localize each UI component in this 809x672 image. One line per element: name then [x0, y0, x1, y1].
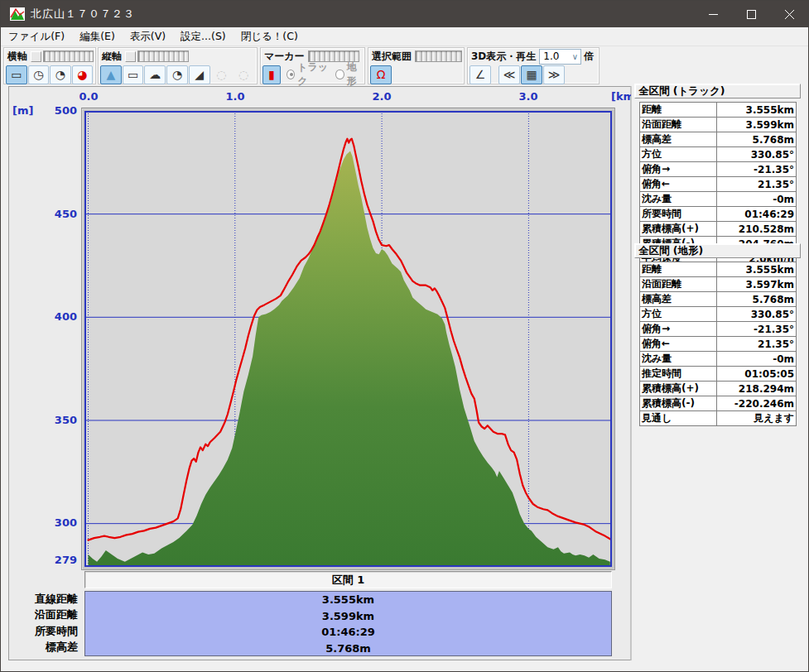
haxis-distance-button[interactable]: ▭ — [6, 65, 27, 84]
pause-button[interactable]: ▦ — [521, 65, 542, 84]
menu-bar: ファイル(F) 編集(E) 表示(V) 設定...(S) 閉じる！(C) — [1, 27, 808, 46]
speed-value: 1.0 — [543, 50, 559, 62]
terrain-area — [89, 151, 610, 567]
section-info-value: 3.599km — [85, 608, 611, 625]
stat-value: 330.85° — [716, 147, 796, 162]
window-title: 北広山１７０７２３ — [31, 7, 135, 22]
menu-settings[interactable]: 設定...(S) — [173, 28, 234, 46]
menu-view[interactable]: 表示(V) — [123, 28, 173, 46]
stat-label: 距離 — [640, 262, 717, 277]
stat-row: 俯角→-21.35° — [640, 162, 797, 177]
stat-row: 所要時間01:46:29 — [640, 207, 797, 222]
vaxis-reset-button[interactable] — [125, 51, 136, 62]
menu-edit[interactable]: 編集(E) — [72, 28, 123, 46]
haxis-scale-slider[interactable] — [43, 50, 94, 62]
section-info-label: 標高差 — [9, 640, 80, 656]
vaxis-extra1-button: ◌ — [211, 65, 233, 84]
stat-label: 距離 — [640, 103, 717, 118]
stat-row: 俯角←21.35° — [640, 177, 797, 192]
stat-row: 沿面距離3.597km — [640, 277, 797, 292]
radio-dot — [335, 70, 344, 79]
vaxis-speed-button[interactable]: ☁ — [144, 65, 166, 84]
selection-lasso-button[interactable]: Ω — [370, 65, 392, 84]
x-tick-1: 1.0 — [225, 90, 244, 103]
y-tick-400: 400 — [26, 310, 77, 323]
radio-label: 地形 — [347, 60, 363, 89]
slope-slash-icon: ∠ — [475, 68, 486, 81]
stat-row: 方位330.85° — [640, 307, 797, 322]
vaxis-distance-button[interactable]: ▭ — [123, 65, 144, 84]
stat-value: -220.246m — [716, 396, 796, 411]
section-info-values: 3.555km3.599km01:46:295.768m — [84, 591, 612, 656]
vaxis-pace-button[interactable]: ◔ — [166, 65, 188, 84]
minimize-button[interactable] — [694, 1, 732, 27]
selection-range-slider[interactable] — [415, 50, 462, 62]
x-tick-0: 0.0 — [79, 90, 98, 103]
y-tick-500: 500 — [26, 104, 77, 117]
stat-row: 沿面距離3.599km — [640, 118, 797, 132]
elevation-profile-plot[interactable] — [84, 111, 612, 567]
vaxis-elevation-button[interactable]: ▲ — [100, 65, 122, 84]
stat-label: 所要時間 — [640, 207, 717, 222]
speed-unit-label: 倍 — [584, 50, 594, 64]
stat-row: 沈み量-0m — [640, 192, 797, 207]
clock-numbers-icon: ◔ — [55, 68, 65, 81]
stat-label: 標高差 — [640, 292, 717, 307]
menu-close[interactable]: 閉じる！(C) — [234, 28, 306, 46]
stat-value: -21.35° — [716, 162, 796, 177]
stat-row: 方位330.85° — [640, 147, 797, 162]
stat-row: 俯角→-21.35° — [640, 322, 797, 337]
stat-row: 沈み量-0m — [640, 352, 797, 367]
track-stats-table: 距離3.555km沿面距離3.599km標高差5.768m方位330.85°俯角… — [639, 102, 797, 266]
vaxis-label: 縦軸 — [102, 50, 122, 64]
stat-row: 俯角←21.35° — [640, 337, 797, 352]
haxis-elapsed-button[interactable]: ◕ — [72, 65, 94, 84]
terrain-stats-header: 全区間 (地形) — [634, 243, 801, 258]
stat-label: 累積標高(-) — [640, 396, 717, 411]
section-info-value: 01:46:29 — [85, 624, 611, 641]
marker-pen-button[interactable]: ▮ — [262, 65, 281, 84]
rewind-button[interactable]: ≪ — [498, 65, 520, 84]
stat-label: 累積標高(+) — [640, 222, 717, 237]
chevron-down-icon: ∨ — [572, 52, 580, 61]
stat-label: 方位 — [640, 307, 717, 322]
vaxis-slope-button[interactable]: ◢ — [189, 65, 210, 84]
dotted-circle-icon: ◌ — [238, 68, 248, 81]
y-tick-450: 450 — [26, 208, 77, 220]
stat-row: 累積標高(+)218.294m — [640, 382, 797, 396]
playback-group: 3D表示・再生 1.0 ∨ 倍 ∠ ≪ ▦ ≫ — [467, 47, 600, 84]
menu-file[interactable]: ファイル(F) — [1, 28, 72, 46]
close-button[interactable] — [770, 1, 808, 27]
ruler-icon: ▭ — [128, 68, 138, 81]
play-forward-button[interactable]: ≫ — [543, 65, 565, 84]
y-tick-350: 350 — [26, 414, 77, 426]
section-info-value: 5.768m — [85, 641, 611, 657]
title-bar: 北広山１７０７２３ — [1, 1, 808, 27]
vaxis-scale-slider[interactable] — [137, 50, 189, 62]
section-info-label: 直線距離 — [9, 591, 80, 607]
haxis-group: 横軸 ▭ ◷ ◔ ◕ — [3, 47, 96, 84]
stat-value: -0m — [716, 192, 796, 207]
stat-label: 沈み量 — [640, 192, 717, 207]
haxis-time-button[interactable]: ◷ — [28, 65, 50, 84]
pause-grid-icon: ▦ — [526, 68, 537, 81]
stat-value: -0m — [716, 352, 796, 367]
playback-speed-select[interactable]: 1.0 ∨ — [539, 49, 581, 65]
stat-label: 沿面距離 — [640, 277, 717, 292]
haxis-reset-button[interactable] — [31, 51, 41, 62]
stat-value: 330.85° — [716, 307, 796, 322]
mountain-icon: ▲ — [106, 68, 115, 81]
cloud-clock-icon: ◔ — [172, 68, 182, 81]
slope-triangle-icon: ◢ — [195, 68, 204, 81]
radio-label: トラック — [297, 60, 330, 89]
section-info-label: 沿面距離 — [9, 607, 80, 624]
maximize-button[interactable] — [732, 1, 770, 27]
terrain-stats-table: 距離3.555km沿面距離3.597km標高差5.768m方位330.85°俯角… — [639, 262, 797, 426]
section-info-label: 所要時間 — [9, 623, 80, 640]
marker-track-radio[interactable]: トラック — [287, 60, 330, 89]
marker-terrain-radio[interactable]: 地形 — [335, 60, 363, 89]
stat-label: 沈み量 — [640, 352, 717, 367]
slope-display-toggle-button[interactable]: ∠ — [470, 65, 491, 84]
haxis-time-number-button[interactable]: ◔ — [50, 65, 71, 84]
pie-clock-icon: ◕ — [77, 68, 87, 81]
